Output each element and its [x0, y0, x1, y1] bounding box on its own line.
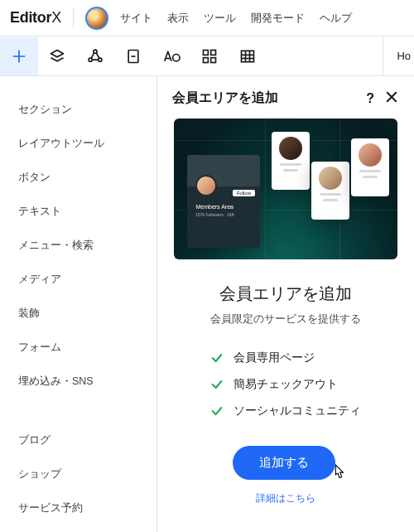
top-bar: EditorX サイト 表示 ツール 開発モード ヘルプ — [0, 0, 414, 36]
tool-theme[interactable] — [152, 37, 190, 75]
hero-illustration: Follow Members Area1576 Followers · 168 — [174, 118, 397, 259]
tool-page[interactable] — [114, 37, 152, 75]
promo-subtitle: 会員限定のサービスを提供する — [174, 312, 397, 326]
user-avatar[interactable] — [85, 7, 108, 30]
feature-item: ソーシャルコミュニティ — [210, 398, 361, 424]
side-media[interactable]: メディア — [0, 263, 156, 297]
menu-help[interactable]: ヘルプ — [320, 11, 352, 26]
app-logo: EditorX — [10, 9, 61, 27]
svg-rect-10 — [204, 50, 209, 55]
feature-item: 会員専用ページ — [210, 345, 361, 371]
side-booking[interactable]: サービス予約 — [0, 491, 156, 525]
members-area-panel: 会員エリアを追加 ? Follow Members Area1576 Follo… — [157, 76, 414, 532]
tool-add[interactable] — [0, 37, 38, 75]
menu-site[interactable]: サイト — [120, 11, 152, 26]
side-section[interactable]: セクション — [0, 93, 156, 127]
layers-icon — [49, 48, 65, 65]
check-icon — [210, 404, 224, 418]
tool-table[interactable] — [229, 37, 267, 75]
tool-grid[interactable] — [190, 37, 229, 75]
top-menu: サイト 表示 ツール 開発モード ヘルプ — [120, 11, 352, 26]
add-members-area-button[interactable]: 追加する — [233, 446, 335, 480]
learn-more-link[interactable]: 詳細はこちら — [174, 491, 397, 505]
side-form[interactable]: フォーム — [0, 331, 156, 365]
table-icon — [239, 48, 256, 65]
check-icon — [210, 351, 224, 365]
hero-profile-tile — [351, 138, 389, 196]
svg-rect-11 — [211, 50, 216, 55]
svg-rect-14 — [242, 51, 254, 61]
divider — [73, 8, 74, 28]
tool-sections[interactable] — [76, 37, 114, 75]
help-icon[interactable]: ? — [366, 91, 374, 106]
svg-rect-12 — [204, 57, 209, 62]
nodes-icon — [87, 48, 104, 65]
side-layout-tools[interactable]: レイアウトツール — [0, 127, 156, 161]
toolbar: Ho — [0, 36, 414, 76]
side-text[interactable]: テキスト — [0, 195, 156, 229]
panel-header: 会員エリアを追加 ? — [157, 76, 414, 118]
feature-item: 簡易チェックアウト — [210, 371, 361, 398]
grid-icon — [201, 48, 218, 65]
close-icon[interactable] — [384, 89, 399, 107]
svg-point-9 — [173, 54, 180, 60]
menu-view[interactable]: 表示 — [167, 11, 189, 26]
svg-point-3 — [94, 50, 97, 53]
side-blog[interactable]: ブログ — [0, 423, 156, 457]
add-panel-sidebar: セクション レイアウトツール ボタン テキスト メニュー・検索 メディア 装飾 … — [0, 76, 157, 532]
hero-profile-tile — [272, 132, 310, 190]
hero-profile-tile — [311, 162, 349, 220]
tool-layers[interactable] — [38, 37, 76, 75]
panel-title: 会員エリアを追加 — [172, 89, 366, 107]
side-embed-sns[interactable]: 埋め込み・SNS — [0, 365, 156, 399]
page-icon — [125, 48, 142, 65]
feature-list: 会員専用ページ 簡易チェックアウト ソーシャルコミュニティ — [210, 345, 361, 424]
svg-rect-13 — [211, 57, 216, 62]
promo-title: 会員エリアを追加 — [174, 283, 397, 305]
side-shop[interactable]: ショップ — [0, 457, 156, 491]
menu-tools[interactable]: ツール — [204, 11, 236, 26]
check-icon — [210, 378, 224, 391]
plus-icon — [11, 48, 27, 65]
hero-members-card: Follow Members Area1576 Followers · 168 — [187, 155, 260, 248]
svg-marker-2 — [51, 50, 64, 56]
side-decorative[interactable]: 装飾 — [0, 297, 156, 331]
side-events[interactable]: イベント — [0, 525, 156, 532]
menu-devmode[interactable]: 開発モード — [251, 11, 305, 26]
side-button[interactable]: ボタン — [0, 161, 156, 195]
toolbar-right-truncated[interactable]: Ho — [383, 36, 414, 75]
theme-icon — [162, 48, 181, 65]
side-menu-search[interactable]: メニュー・検索 — [0, 229, 156, 263]
